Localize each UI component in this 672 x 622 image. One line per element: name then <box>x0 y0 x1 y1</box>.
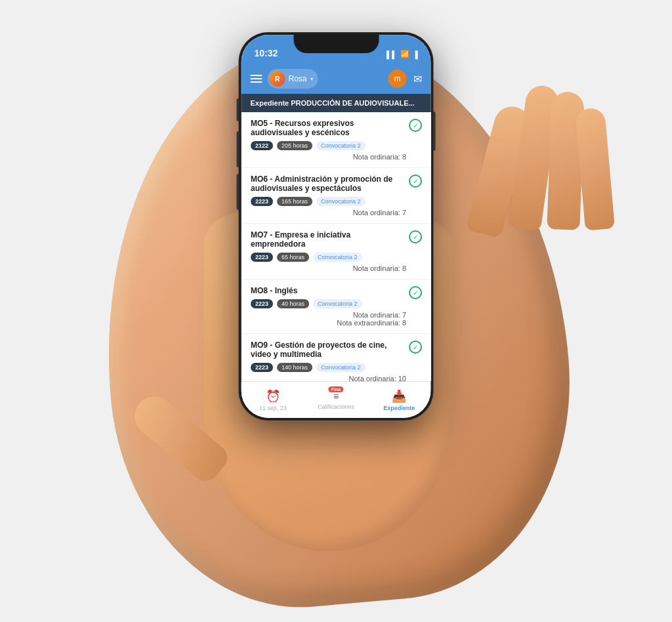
module-title: MO8 - Inglés <box>251 286 422 295</box>
module-item: MO5 - Recursos expresivos audiovisuales … <box>242 112 431 168</box>
module-title: MO9 - Gestión de proyectos de cine, vide… <box>251 341 422 359</box>
signal-icon: ▌▌ <box>387 51 397 58</box>
fina-badge: Fina <box>329 386 343 392</box>
tag-convocatoria: Convocatoria 2 <box>316 141 366 150</box>
hamburger-menu[interactable] <box>251 75 262 83</box>
tab-date[interactable]: ⏰ 11 sep, 23 <box>242 382 304 418</box>
hamburger-line <box>251 78 262 79</box>
tag-year: 2223 <box>251 253 273 262</box>
list-icon: ≡ <box>333 391 339 402</box>
tab-expediente-label: Expediente <box>383 405 415 411</box>
tag-convocatoria: Convocatoria 2 <box>313 253 362 262</box>
mail-icon[interactable]: ✉ <box>413 73 422 85</box>
check-icon: ✓ <box>409 341 422 354</box>
finger-4 <box>575 107 615 230</box>
tag-year: 2223 <box>251 197 273 206</box>
check-icon: ✓ <box>409 286 422 299</box>
tag-year: 2223 <box>251 299 273 308</box>
phone-wrapper: 10:32 ▌▌ 📶 ▐ <box>240 33 433 420</box>
avatar-initial: R <box>275 75 280 83</box>
header-right: m ✉ <box>388 70 422 88</box>
module-item: MO7 - Empresa e iniciativa emprendedora … <box>242 224 431 280</box>
module-tags: 2223 40 horas Convocatoria 2 <box>251 299 422 308</box>
check-icon: ✓ <box>409 119 422 132</box>
expediente-tab-icon: 📥 <box>392 389 406 404</box>
app-container: 10:32 ▌▌ 📶 ▐ <box>242 35 431 418</box>
module-tags: 2223 65 horas Convocatoria 2 <box>251 253 422 262</box>
tab-expediente[interactable]: 📥 Expediente <box>368 382 430 418</box>
app-header: R Rosa ▾ m ✉ <box>242 64 431 94</box>
status-icons: ▌▌ 📶 ▐ <box>387 50 417 58</box>
tag-convocatoria: Convocatoria 2 <box>313 299 362 308</box>
tag-hours: 165 horas <box>277 197 312 206</box>
avatar: R <box>270 71 285 87</box>
tag-hours: 65 horas <box>277 253 309 262</box>
module-item: MO6 - Administración y promoción de audi… <box>242 168 431 224</box>
tag-hours: 140 horas <box>277 363 312 372</box>
module-title: MO5 - Recursos expresivos audiovisuales … <box>251 119 422 137</box>
module-title: MO6 - Administración y promoción de audi… <box>251 175 422 193</box>
chevron-down-icon: ▾ <box>310 76 313 82</box>
nota-line: Nota extraordinaria: 8 <box>251 319 422 327</box>
module-item: MO9 - Gestión de proyectos de cine, vide… <box>242 334 431 381</box>
volume-down-button <box>237 174 240 210</box>
tab-date-label: 11 sep, 23 <box>259 405 287 411</box>
tab-calificaciones-icon-container: ≡ Fina <box>333 390 339 402</box>
hamburger-line <box>251 81 262 83</box>
expediente-title: Expediente PRODUCCIÓN DE AUDIOVISUALE... <box>251 99 415 107</box>
user-pill[interactable]: R Rosa ▾ <box>268 69 318 89</box>
content-area[interactable]: MO5 - Recursos expresivos audiovisuales … <box>242 112 431 381</box>
user-name-label: Rosa <box>289 74 307 83</box>
nota-line: Nota ordinaria: 10 <box>251 375 422 381</box>
tag-hours: 205 horas <box>277 141 312 150</box>
check-icon: ✓ <box>409 175 422 188</box>
module-tags: 2223 140 horas Convocatoria 2 <box>251 363 422 372</box>
tag-convocatoria: Convocatoria 2 <box>316 197 366 206</box>
hamburger-line <box>251 75 262 76</box>
expediente-bar: Expediente PRODUCCIÓN DE AUDIOVISUALE... <box>242 94 431 112</box>
volume-up-button <box>237 131 240 167</box>
phone-device: 10:32 ▌▌ 📶 ▐ <box>240 33 433 420</box>
module-item: MO8 - Inglés 2223 40 horas Convocatoria … <box>242 280 431 334</box>
mute-button <box>237 98 240 121</box>
tab-calificaciones-label: Calificaciones <box>318 404 354 410</box>
tab-bar: ⏰ 11 sep, 23 ≡ Fina Calificaciones 📥 <box>242 381 431 418</box>
nota-line: Nota ordinaria: 7 <box>251 311 422 319</box>
clock-icon: ⏰ <box>266 389 280 404</box>
status-time: 10:32 <box>255 48 278 58</box>
module-tags: 2122 205 horas Convocatoria 2 <box>251 141 422 150</box>
nota-line: Nota ordinaria: 8 <box>251 264 422 272</box>
tab-calificaciones[interactable]: ≡ Fina Calificaciones <box>304 382 368 418</box>
module-tags: 2223 165 horas Convocatoria 2 <box>251 197 422 206</box>
header-left: R Rosa ▾ <box>251 69 318 89</box>
phone-screen: 10:32 ▌▌ 📶 ▐ <box>242 35 431 418</box>
module-title: MO7 - Empresa e iniciativa emprendedora <box>251 230 422 249</box>
tag-year: 2122 <box>251 141 273 150</box>
check-icon: ✓ <box>409 230 422 243</box>
phone-notch <box>293 35 379 53</box>
wifi-icon: 📶 <box>400 50 410 58</box>
tag-hours: 40 horas <box>277 299 309 308</box>
hand-container: 10:32 ▌▌ 📶 ▐ <box>0 0 672 622</box>
nota-line: Nota ordinaria: 7 <box>251 209 422 217</box>
power-button <box>433 112 436 151</box>
tag-year: 2223 <box>251 363 273 372</box>
tag-convocatoria: Convocatoria 2 <box>316 363 366 372</box>
nota-line: Nota ordinaria: 8 <box>251 153 422 161</box>
battery-icon: ▐ <box>413 51 418 58</box>
m-icon[interactable]: m <box>388 70 407 88</box>
